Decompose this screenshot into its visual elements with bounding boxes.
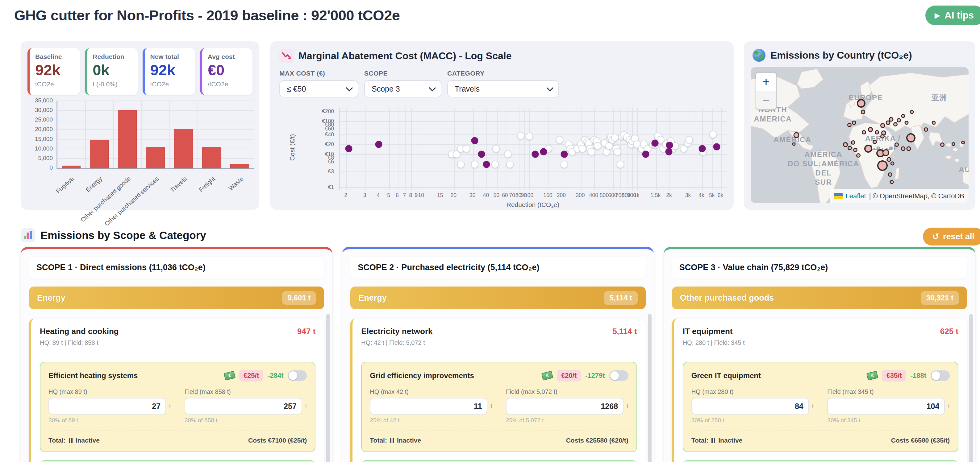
country-emission-marker[interactable] <box>880 123 885 128</box>
map-attribution: Leaflet | © OpenStreetMap, © CartoDB <box>830 189 969 203</box>
scope2-category-bar[interactable]: Energy 5,114 t <box>350 286 646 310</box>
map-region-label: EUROPE <box>849 93 883 102</box>
filter-scope: SCOPE Scope 3 <box>364 70 441 97</box>
macc-point-selected <box>345 145 352 152</box>
max-cost-select[interactable]: ≤ €50 <box>279 80 358 97</box>
zoom-in-button[interactable]: + <box>756 73 776 91</box>
country-emission-marker[interactable] <box>794 132 799 138</box>
column-scrollbar[interactable] <box>969 314 973 462</box>
macc-point-selected <box>713 143 720 150</box>
hq-input[interactable] <box>370 398 487 414</box>
macc-point-selected <box>478 151 485 158</box>
world-map[interactable]: NORTH AMERICAEUROPE亚洲AMÉRICAAMÉRICA DO S… <box>751 67 969 203</box>
macc-point <box>560 160 568 168</box>
subcategory-name: Electricity network <box>361 327 433 336</box>
country-emission-marker[interactable] <box>901 146 905 151</box>
country-emission-marker[interactable] <box>897 118 901 122</box>
divider <box>370 430 628 431</box>
country-emission-marker[interactable] <box>868 127 873 132</box>
country-emission-marker[interactable] <box>906 146 911 151</box>
scope-select[interactable]: Scope 3 <box>364 80 441 97</box>
country-emission-marker[interactable] <box>889 117 894 122</box>
country-emission-marker[interactable] <box>848 146 852 150</box>
subcategory-split: HQ: 89 t | Field: 858 t <box>40 339 315 346</box>
zoom-out-button[interactable]: − <box>756 91 776 109</box>
pause-icon <box>711 438 715 443</box>
column-scrollbar[interactable] <box>648 314 652 462</box>
kpi-row: Baseline 92k tCO2e Reduction 0k t (-0.0%… <box>27 48 253 95</box>
country-emission-marker[interactable] <box>883 149 889 156</box>
filter-label: SCOPE <box>364 70 441 77</box>
country-emission-marker[interactable] <box>852 121 856 125</box>
lever-toggle[interactable] <box>609 370 628 381</box>
country-emission-marker[interactable] <box>904 121 908 125</box>
country-emission-marker[interactable] <box>847 123 851 127</box>
field-input[interactable] <box>827 398 945 414</box>
scope1-category-bar[interactable]: Energy 9,601 t <box>29 286 324 310</box>
scope3-category-bar[interactable]: Other purchased goods 30,321 t <box>672 286 967 310</box>
hq-input[interactable] <box>691 398 809 414</box>
lever-toggle[interactable] <box>288 370 307 381</box>
country-emission-marker[interactable] <box>910 110 914 114</box>
country-emission-marker[interactable] <box>851 140 855 144</box>
field-field-label: Field (max 858 t) <box>185 388 307 395</box>
reset-all-button[interactable]: ↺ reset all <box>923 228 980 246</box>
lever-toggle[interactable] <box>931 370 950 381</box>
total-label: Total: <box>691 437 709 444</box>
country-emission-marker[interactable] <box>861 110 865 114</box>
macc-scatter-plot <box>339 108 727 190</box>
country-emission-marker[interactable] <box>940 143 945 147</box>
country-emission-marker[interactable] <box>890 162 894 166</box>
hq-field-label: HQ (max 89 t) <box>48 388 171 395</box>
country-emission-marker[interactable] <box>862 130 866 135</box>
field-input[interactable] <box>506 398 624 414</box>
kpi-value: €0 <box>208 62 251 78</box>
country-emission-marker[interactable] <box>856 153 861 157</box>
country-emission-marker[interactable] <box>877 160 888 171</box>
country-emission-marker[interactable] <box>843 142 848 147</box>
subcategory-total: 625 t <box>940 327 958 336</box>
country-emission-marker[interactable] <box>875 130 879 135</box>
country-emission-marker[interactable] <box>901 114 905 118</box>
country-emission-marker[interactable] <box>924 127 928 132</box>
category-name: Energy <box>37 293 65 303</box>
country-emission-marker[interactable] <box>873 140 877 144</box>
country-emission-marker[interactable] <box>887 157 891 162</box>
bar-chart-x-axis: FugitiveEnergyOther purchased goodsOther… <box>56 173 255 219</box>
scope3-subcategory-card: IT equipment 625 t HQ: 280 t | Field: 34… <box>672 319 967 462</box>
macc-point <box>526 133 533 140</box>
cost-per-ton-badge: €35/t <box>882 370 906 381</box>
country-emission-marker[interactable] <box>906 133 915 143</box>
field-input[interactable] <box>185 398 302 414</box>
kpi-card-reduction: Reduction 0k t (-0.0%) <box>85 48 137 95</box>
country-emission-marker[interactable] <box>961 141 965 144</box>
country-emission-marker[interactable] <box>951 142 955 146</box>
scope3-title: SCOPE 3 · Value chain (75,829 tCO₂e) <box>672 257 967 278</box>
country-emission-marker[interactable] <box>880 134 885 138</box>
country-emission-marker[interactable] <box>932 121 936 125</box>
column-scrollbar[interactable] <box>326 314 330 462</box>
country-emission-marker[interactable] <box>792 142 795 146</box>
country-emission-marker[interactable] <box>864 144 872 152</box>
lever-card: Efficient heating systems € €25/t -284t … <box>40 362 315 452</box>
macc-y-ticks: €1€3€6€8€10€20€40€60€80€100€200 <box>299 108 336 190</box>
category-select[interactable]: Travels <box>447 80 559 97</box>
macc-point-selected <box>540 148 547 155</box>
country-emission-marker[interactable] <box>888 172 892 177</box>
country-emission-marker[interactable] <box>853 148 858 152</box>
country-emission-marker[interactable] <box>893 122 897 127</box>
macc-point <box>492 160 499 168</box>
costs-text: Costs €6580 (€35/t) <box>891 437 950 444</box>
map-panel: Emissions by Country (tCO₂e) <box>744 41 975 210</box>
leaflet-link[interactable]: Leaflet <box>846 192 866 200</box>
field-percent-hint: 30% of 858 t <box>185 417 307 424</box>
country-emission-marker[interactable] <box>857 99 865 108</box>
kpi-unit: /tCO2e <box>208 81 251 88</box>
map-region-label: AUS <box>959 165 969 174</box>
country-emission-marker[interactable] <box>894 143 899 147</box>
unit-label: t <box>627 403 628 410</box>
country-emission-marker[interactable] <box>890 180 894 184</box>
hq-input[interactable] <box>48 398 166 414</box>
ai-tips-button[interactable]: ▶ AI tips <box>925 6 980 25</box>
field-field-label: Field (max 345 t) <box>827 388 950 395</box>
